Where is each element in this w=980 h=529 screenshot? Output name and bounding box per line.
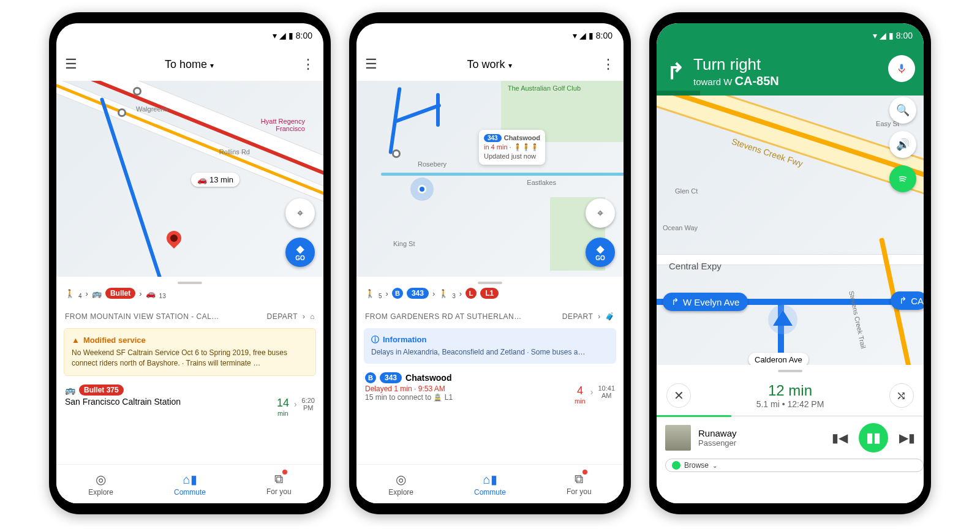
home-icon: ⌂▮	[183, 472, 197, 487]
line-pill: 343	[380, 372, 402, 383]
walk-icon: 🚶	[365, 289, 375, 298]
line-pill: L1	[480, 288, 499, 299]
nav-instruction: ↱ Turn right toward W CA-85N	[657, 48, 924, 96]
transit-bubble[interactable]: 343Chatswood in 4 min · 🧍🧍🧍 Updated just…	[479, 130, 545, 165]
line-pill: Bullet 375	[79, 385, 124, 396]
go-button[interactable]: ◆GO	[285, 238, 315, 267]
route-shield: ↱ CA	[891, 291, 924, 310]
pin-icon: ◎	[396, 472, 406, 487]
car-icon: 🚗	[146, 289, 156, 298]
commute-header: ☰ To work ▾ ⋮	[356, 48, 624, 81]
tab-foryou[interactable]: ⧉For you	[535, 465, 624, 503]
road-label: Ocean Way	[663, 224, 698, 231]
overflow-icon[interactable]: ⋮	[301, 56, 315, 72]
park-label: The Australian Golf Club	[508, 84, 581, 92]
routes-button[interactable]: ⤭	[889, 383, 914, 408]
overflow-icon[interactable]: ⋮	[601, 56, 615, 72]
bus-icon: 🚌	[92, 289, 102, 298]
road-label: Glen Ct	[675, 187, 698, 195]
bus-icon: 🚌	[65, 385, 75, 395]
tab-commute[interactable]: ⌂▮Commute	[145, 465, 234, 503]
line-badge: L	[466, 288, 477, 299]
trip-option[interactable]: B 343 Chatswood Delayed 1 min · 9:53 AM …	[356, 370, 624, 407]
status-bar: ▾◢▮ 8:00	[657, 23, 924, 48]
line-badge: B	[365, 372, 376, 383]
status-bar: ▾◢▮ 8:00	[356, 23, 624, 48]
nav-map[interactable]: Stevens Creek Fwy Easy St Glen Ct Ocean …	[657, 96, 924, 365]
search-button[interactable]: 🔍	[889, 97, 916, 124]
road-label: Rollins Rd	[219, 148, 250, 156]
nav-sheet: ✕ 12 min 5.1 mi • 12:42 PM ⤭ Runaway Pas…	[657, 365, 924, 503]
destination-dropdown[interactable]: To home ▾	[165, 58, 214, 71]
flag-icon: ⧉	[274, 472, 283, 486]
browse-chip[interactable]: Browse ⌄	[665, 459, 924, 472]
spotify-icon	[672, 461, 680, 470]
spotify-button[interactable]	[889, 165, 916, 192]
route-summary: 🚶5 › B 343 › 🚶3 › L L1	[356, 288, 624, 305]
trip-destination: San Francisco Caltrain Station	[65, 397, 181, 407]
hamburger-icon[interactable]: ☰	[365, 56, 377, 72]
service-alert[interactable]: ▲Modified service No Weekend SF Caltrain…	[64, 328, 316, 376]
alert-body: No Weekend SF Caltrain Service Oct 6 to …	[72, 348, 308, 369]
alert-body: Delays in Alexandria, Beaconsfield and Z…	[371, 347, 609, 358]
bottom-nav: ◎Explore ⌂▮Commute ⧉For you	[356, 464, 624, 503]
walk-icon: 🚶	[65, 289, 75, 298]
road-label: King St	[393, 240, 415, 247]
area-label: Rosebery	[418, 160, 447, 168]
music-player: Runaway Passenger ▮◀ ▮▮ ▶▮	[657, 417, 924, 459]
phone-frame-1: ▾◢▮ 8:00 ☰ To home ▾ ⋮ Walgreens Hyatt R…	[49, 12, 331, 514]
bottom-nav: ◎Explore ⌂▮Commute ⧉For you	[56, 464, 323, 503]
nav-cursor-icon	[773, 310, 793, 326]
current-road-badge: ↱ W Evelyn Ave	[663, 293, 748, 311]
map-canvas[interactable]: The Australian Golf Club Rosebery Eastla…	[356, 81, 624, 277]
line-pill: Bullet	[105, 288, 135, 299]
turn-title: Turn right	[693, 55, 779, 74]
destination-dropdown[interactable]: To work ▾	[467, 58, 511, 71]
warning-icon: ▲	[72, 335, 80, 347]
from-station: FROM GARDENERS RD AT SUTHERLAN…	[365, 312, 522, 321]
eta-block: 12 min 5.1 mi • 12:42 PM	[756, 382, 824, 409]
flag-icon: ⧉	[575, 472, 583, 486]
track-artist: Passenger	[698, 438, 824, 448]
home-icon: ⌂▮	[483, 472, 497, 487]
line-badge: B	[392, 288, 403, 299]
line-pill: 343	[407, 288, 429, 299]
track-title: Runaway	[698, 428, 824, 438]
turn-right-icon: ↱	[666, 59, 685, 84]
pin-icon: ◎	[96, 472, 106, 487]
poi-label: Hyatt Regency Francisco	[261, 118, 305, 132]
album-art[interactable]	[665, 425, 691, 451]
eta-chip: 🚗 13 min	[191, 173, 239, 187]
map-canvas[interactable]: Walgreens Hyatt Regency Francisco Rollin…	[56, 81, 323, 277]
phone-frame-3: ▾◢▮ 8:00 ↱ Turn right toward W CA-85N Th…	[649, 12, 931, 514]
close-button[interactable]: ✕	[666, 383, 691, 408]
status-bar: ▾◢▮ 8:00	[56, 23, 323, 48]
sound-button[interactable]: 🔊	[889, 131, 916, 158]
info-icon: ⓘ	[371, 334, 379, 346]
tab-foryou[interactable]: ⧉For you	[235, 465, 323, 503]
from-station: FROM MOUNTAIN VIEW STATION - CAL…	[65, 312, 219, 321]
depart-selector[interactable]: DEPART › ⌂	[267, 312, 315, 321]
prev-button[interactable]: ▮◀	[832, 430, 848, 445]
tab-explore[interactable]: ◎Explore	[56, 465, 145, 503]
walk-icon: 🚶	[439, 289, 448, 298]
from-row[interactable]: FROM MOUNTAIN VIEW STATION - CAL… DEPART…	[56, 305, 323, 328]
locate-button[interactable]: ⌖	[285, 198, 315, 228]
hamburger-icon[interactable]: ☰	[65, 56, 77, 72]
locate-button[interactable]: ⌖	[586, 198, 615, 228]
pause-button[interactable]: ▮▮	[859, 423, 888, 452]
tab-commute[interactable]: ⌂▮Commute	[445, 465, 534, 503]
info-alert[interactable]: ⓘInformation Delays in Alexandria, Beaco…	[364, 328, 616, 364]
route-summary: 🚶4 › 🚌 Bullet › 🚗13	[56, 288, 323, 305]
go-button[interactable]: ◆GO	[586, 238, 615, 267]
phone-frame-2: ▾◢▮ 8:00 ☰ To work ▾ ⋮ The Australian Go…	[349, 12, 631, 514]
from-row[interactable]: FROM GARDENERS RD AT SUTHERLAN… DEPART ›…	[356, 305, 624, 328]
mic-button[interactable]	[888, 55, 915, 82]
depart-selector[interactable]: DEPART › 🧳	[562, 312, 615, 321]
road-label: Central Expy	[669, 261, 722, 271]
next-button[interactable]: ▶▮	[899, 430, 915, 445]
trip-option[interactable]: 🚌 Bullet 375 San Francisco Caltrain Stat…	[56, 382, 323, 419]
poi-label: Walgreens	[136, 105, 168, 113]
tab-explore[interactable]: ◎Explore	[356, 465, 445, 503]
status-time: 8:00	[296, 31, 312, 40]
